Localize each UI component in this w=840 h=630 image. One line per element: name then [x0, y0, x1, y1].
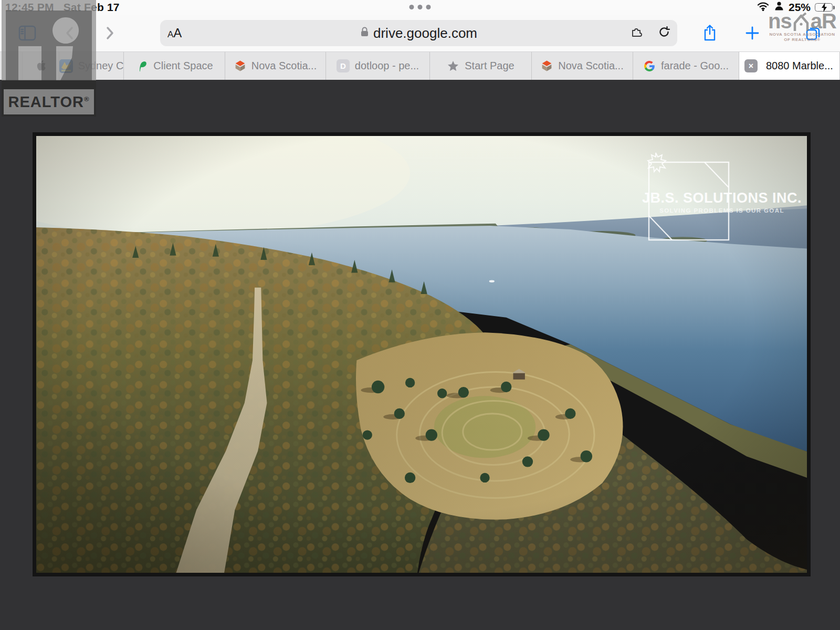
forward-icon[interactable]	[104, 25, 116, 41]
tab-active-8080-marble[interactable]: × 8080 Marble...	[739, 52, 840, 80]
address-bar[interactable]: AA drive.google.com	[160, 20, 677, 46]
tab-sydney[interactable]: Sydney C	[59, 52, 123, 80]
tab-label: Sydney C	[78, 60, 123, 72]
tab-label: Nova Scotia...	[251, 60, 317, 72]
status-bar: 12:45 PMSat Feb 17 25%	[0, 0, 840, 15]
new-tab-plus-icon[interactable]	[744, 25, 760, 41]
nsar-cube-favicon	[234, 60, 246, 72]
tab-client-space[interactable]: Client Space	[123, 52, 225, 80]
apple-icon	[36, 60, 46, 72]
tab-label: 8080 Marble...	[766, 60, 833, 72]
charging-bolt-icon	[820, 2, 829, 13]
battery-percentage: 25%	[789, 1, 811, 14]
tab-start-page[interactable]: Start Page	[429, 52, 531, 80]
tab-overview-icon[interactable]	[804, 24, 822, 42]
back-icon[interactable]	[64, 25, 76, 41]
tab-dotloop[interactable]: D dotloop - pe...	[326, 52, 429, 80]
wifi-icon	[757, 1, 770, 14]
status-date: Sat Feb 17	[64, 1, 120, 13]
tab-label: Start Page	[465, 60, 514, 72]
tab-apple[interactable]	[22, 52, 59, 80]
battery-icon	[815, 3, 833, 12]
drive-preview-page: JB.S. SOLUTIONS INC. SOLVING PROBLEMS IS…	[0, 80, 840, 630]
sidebar-icon[interactable]	[17, 24, 37, 43]
sydney-favicon	[59, 59, 73, 73]
tab-bar: Sydney C Client Space Nova Scotia... D d…	[0, 51, 840, 80]
status-icons: 25%	[757, 1, 833, 14]
lock-icon	[360, 26, 369, 40]
google-g-icon	[643, 60, 656, 72]
aerial-photo-scene	[36, 136, 807, 573]
ipad-safari-screen: 12:45 PMSat Feb 17 25%	[0, 0, 840, 630]
tab-nova-scotia-2[interactable]: Nova Scotia...	[531, 52, 633, 80]
tab-label: farade - Goo...	[661, 60, 729, 72]
status-time: 12:45 PM	[5, 1, 54, 13]
star-icon	[447, 60, 459, 72]
url-text: drive.google.com	[373, 25, 477, 41]
dotloop-favicon: D	[337, 59, 350, 72]
safari-toolbar: AA drive.google.com	[0, 15, 840, 51]
tab-label: Client Space	[153, 60, 213, 72]
tab-label: Nova Scotia...	[558, 60, 624, 72]
extensions-puzzle-icon[interactable]	[630, 25, 644, 41]
client-space-favicon	[135, 60, 148, 72]
tab-label: dotloop - pe...	[355, 60, 419, 72]
listing-photo: JB.S. SOLUTIONS INC. SOLVING PROBLEMS IS…	[33, 132, 811, 576]
tab-nova-scotia-1[interactable]: Nova Scotia...	[225, 52, 326, 80]
multitasking-handle-icon[interactable]	[410, 5, 431, 9]
share-icon[interactable]	[701, 24, 718, 43]
personal-hotspot-person-icon	[774, 1, 784, 14]
status-time-date: 12:45 PMSat Feb 17	[5, 1, 120, 14]
close-icon[interactable]: ×	[744, 59, 758, 72]
tab-farade-google[interactable]: farade - Goo...	[633, 52, 739, 80]
nsar-cube-favicon	[541, 60, 553, 72]
reload-icon[interactable]	[657, 25, 671, 41]
